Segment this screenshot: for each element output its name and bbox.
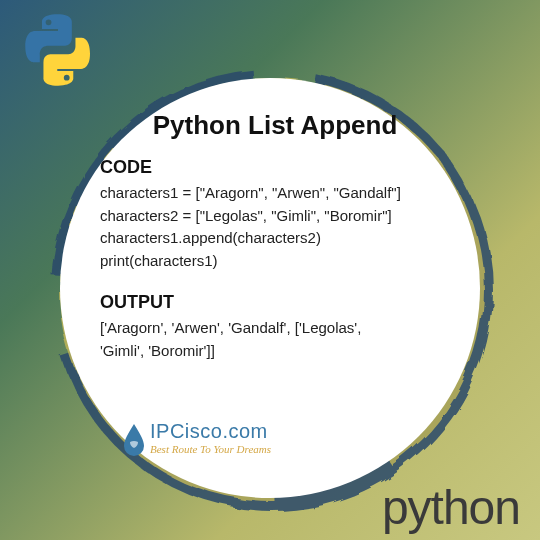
code-line: characters2 = ["Legolas", "Gimli", "Boro… bbox=[100, 205, 450, 228]
brand-name: IPCisco.com bbox=[150, 420, 271, 443]
code-label: CODE bbox=[100, 157, 450, 178]
page-title: Python List Append bbox=[100, 110, 450, 141]
output-label: OUTPUT bbox=[100, 292, 450, 313]
main-card: Python List Append CODE characters1 = ["… bbox=[50, 68, 490, 508]
python-wordmark: python bbox=[382, 480, 520, 535]
brand-block: IPCisco.com Best Route To Your Dreams bbox=[122, 420, 271, 456]
code-line: characters1.append(characters2) bbox=[100, 227, 450, 250]
content-area: Python List Append CODE characters1 = ["… bbox=[60, 78, 480, 498]
output-line: 'Gimli', 'Boromir']] bbox=[100, 340, 450, 363]
output-line: ['Aragorn', 'Arwen', 'Gandalf', ['Legola… bbox=[100, 317, 450, 340]
drop-icon bbox=[122, 422, 146, 456]
code-line: print(characters1) bbox=[100, 250, 450, 273]
code-line: characters1 = ["Aragorn", "Arwen", "Gand… bbox=[100, 182, 450, 205]
brand-tagline: Best Route To Your Dreams bbox=[150, 443, 271, 455]
